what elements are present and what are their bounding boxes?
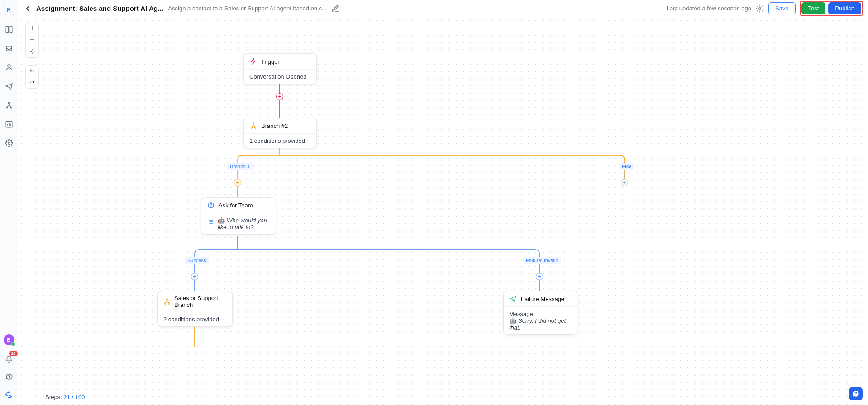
svg-point-17: [165, 303, 166, 304]
zoom-out-button[interactable]: [26, 34, 38, 46]
test-button[interactable]: Test: [801, 2, 826, 14]
svg-point-8: [9, 377, 9, 378]
back-button[interactable]: [24, 5, 32, 13]
branch-label-branch1[interactable]: Branch 1: [227, 163, 253, 170]
node-branch2-title: Branch #2: [261, 122, 288, 129]
contacts-icon[interactable]: [4, 62, 14, 72]
branch-icon: [249, 122, 258, 130]
question-icon: [207, 201, 215, 209]
workflow-title: Assignment: Sales and Support AI Ag...: [36, 5, 163, 12]
node-trigger[interactable]: Trigger Conversation Opened: [243, 53, 317, 84]
undo-button[interactable]: [26, 66, 38, 77]
workflow-settings-icon[interactable]: [756, 5, 764, 13]
broadcast-icon[interactable]: [4, 81, 14, 91]
node-sales-support-branch[interactable]: Sales or Support Branch 2 conditions pro…: [157, 291, 233, 327]
add-step-button[interactable]: +: [191, 273, 198, 280]
workflow-canvas[interactable]: Trigger Conversation Opened + Branch #2 …: [18, 17, 868, 405]
dashboard-icon[interactable]: [4, 24, 14, 34]
node-trigger-body: Conversation Opened: [244, 69, 316, 84]
add-step-button[interactable]: +: [234, 179, 241, 186]
top-header: Assignment: Sales and Support AI Ag... A…: [18, 0, 868, 17]
help-icon[interactable]: [4, 372, 14, 381]
notifications-icon[interactable]: 18: [4, 353, 14, 363]
svg-point-7: [8, 142, 10, 145]
node-ask-body: Who would you like to talk to?: [201, 213, 276, 234]
svg-point-12: [251, 127, 253, 128]
workspace-logo[interactable]: R: [4, 5, 14, 15]
branch-label-failure[interactable]: Failure: Invalid: [523, 257, 561, 264]
node-failure-body: Message: Sorry, I did not get that.: [504, 306, 577, 334]
left-rail: R B 18: [0, 0, 18, 405]
workflow-description: Assign a contact to a Sales or Support A…: [168, 5, 327, 12]
inbox-icon[interactable]: [4, 43, 14, 53]
branch-icon: [163, 297, 171, 306]
settings-icon[interactable]: [4, 138, 14, 148]
edit-icon[interactable]: [331, 5, 339, 13]
brand-icon[interactable]: [4, 390, 14, 400]
svg-point-9: [759, 7, 761, 9]
notification-badge: 18: [9, 351, 17, 356]
node-trigger-title: Trigger: [261, 58, 280, 65]
send-icon: [509, 295, 517, 303]
svg-point-11: [253, 123, 254, 124]
node-ask-title: Ask for Team: [219, 202, 253, 209]
branch-label-success[interactable]: Success: [185, 257, 209, 264]
svg-point-4: [6, 107, 8, 108]
branch-label-else[interactable]: Else: [619, 163, 634, 170]
redo-button[interactable]: [26, 77, 38, 88]
node-branch2-body: 1 conditions provided: [244, 133, 316, 148]
fit-view-button[interactable]: [26, 46, 38, 57]
save-button[interactable]: Save: [768, 2, 796, 14]
zoom-controls: [25, 22, 39, 58]
test-publish-highlight: Test Publish: [800, 1, 863, 16]
reports-icon[interactable]: [4, 119, 14, 129]
steps-counter: Steps: 21 / 100: [45, 394, 85, 400]
svg-point-5: [10, 107, 12, 108]
node-ask-for-team[interactable]: Ask for Team Who would you like to talk …: [201, 197, 276, 235]
node-sales-branch-title: Sales or Support Branch: [174, 295, 227, 308]
add-step-button[interactable]: +: [621, 179, 628, 186]
svg-point-16: [167, 299, 168, 300]
zoom-in-button[interactable]: [26, 22, 38, 34]
svg-point-15: [211, 207, 211, 207]
publish-button[interactable]: Publish: [828, 2, 861, 14]
user-avatar[interactable]: B: [4, 334, 14, 345]
node-failure-title: Failure Message: [521, 296, 564, 302]
help-fab[interactable]: [849, 387, 863, 400]
last-updated: Last updated a few seconds ago: [667, 5, 751, 12]
node-sales-branch-body: 2 conditions provided: [158, 312, 232, 326]
undo-redo-controls: [25, 65, 39, 89]
node-failure-message[interactable]: Failure Message Message: Sorry, I did no…: [503, 291, 577, 335]
node-branch2[interactable]: Branch #2 1 conditions provided: [243, 118, 317, 148]
svg-point-13: [255, 127, 256, 128]
add-step-button[interactable]: +: [536, 273, 543, 280]
svg-rect-1: [10, 26, 12, 33]
list-icon: [207, 218, 214, 226]
svg-rect-0: [6, 26, 8, 33]
svg-point-2: [8, 65, 10, 67]
add-step-button[interactable]: +: [276, 93, 283, 100]
lightning-icon: [249, 57, 258, 66]
workflow-icon[interactable]: [4, 100, 14, 110]
svg-point-10: [31, 51, 33, 52]
svg-point-3: [8, 102, 10, 104]
svg-point-18: [168, 303, 170, 304]
